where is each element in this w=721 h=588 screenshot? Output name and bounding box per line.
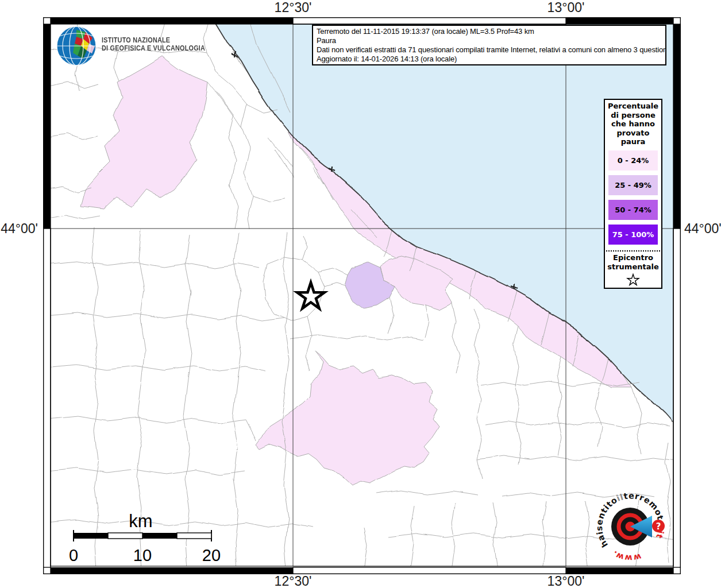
legend-epicenter-line2: strumentale xyxy=(605,262,661,272)
legend-box: Percentuale di persone che hanno provato… xyxy=(604,99,662,289)
scale-tick-0: 0 xyxy=(69,546,78,564)
logo-text-www: www. xyxy=(611,549,642,563)
frame-corner-tr xyxy=(673,18,680,24)
legend-epicenter-line1: Epicentro xyxy=(605,253,661,262)
legend-title-line: di persone xyxy=(605,111,661,120)
scale-tick-20: 20 xyxy=(202,546,221,564)
legend-divider xyxy=(606,250,660,252)
legend-class-25-49: 25 - 49% xyxy=(608,175,658,195)
ingv-felt-map-page: km 0 10 20 xyxy=(0,0,721,588)
legend-class-75-100: 75 - 100% xyxy=(608,225,658,245)
scale-tick-10: 10 xyxy=(133,546,152,564)
earthquake-info-box: Terremoto del 11-11-2015 19:13:37 (ora l… xyxy=(312,25,666,65)
frame-corner-tl xyxy=(44,18,51,24)
info-line-event: Terremoto del 11-11-2015 19:13:37 (ora l… xyxy=(317,27,662,36)
legend-class-0-24: 0 - 24% xyxy=(608,150,658,171)
logo-question-mark: ? xyxy=(656,521,661,532)
ingv-wordmark-line1: ISTITUTO NAZIONALE xyxy=(102,36,205,44)
axis-label-right: 44°00' xyxy=(684,221,721,237)
legend-title-line: provato xyxy=(605,129,661,138)
axis-label-bottom-left: 12°30' xyxy=(259,574,327,588)
legend-title-line: Percentuale xyxy=(605,102,661,111)
frame-corner-bl xyxy=(44,567,51,574)
axis-label-top-right: 13°00' xyxy=(531,0,600,16)
legend-title-line: paura xyxy=(605,137,661,146)
ingv-logo: ISTITUTO NAZIONALE DI GEOFISICA E VULCAN… xyxy=(56,25,231,67)
legend-title-line: che hanno xyxy=(605,119,661,129)
legend-star-icon xyxy=(626,273,641,288)
legend-epicenter-label: Epicentro strumentale xyxy=(605,253,661,272)
info-line-question: Paura xyxy=(317,36,662,45)
haisentito-logo: haisentitoilterremoto.it www. ? xyxy=(581,478,679,577)
axis-label-top-left: 12°30' xyxy=(259,0,327,16)
axis-label-left: 44°00' xyxy=(0,221,38,237)
ingv-wordmark-line2: DI GEOFISICA E VULCANOLOGIA xyxy=(102,44,205,52)
legend-title: Percentuale di persone che hanno provato… xyxy=(605,100,661,146)
info-line-updated: Aggiornato il: 14-01-2026 14:13 (ora loc… xyxy=(317,55,662,64)
info-line-source: Dati non verificati estratti da 71 quest… xyxy=(317,45,662,55)
legend-class-50-74: 50 - 74% xyxy=(608,200,658,220)
svg-text:www.: www. xyxy=(611,549,642,563)
ingv-wordmark: ISTITUTO NAZIONALE DI GEOFISICA E VULCAN… xyxy=(102,36,205,52)
scale-bar-unit: km xyxy=(129,511,152,531)
ingv-globe-icon xyxy=(56,25,97,67)
